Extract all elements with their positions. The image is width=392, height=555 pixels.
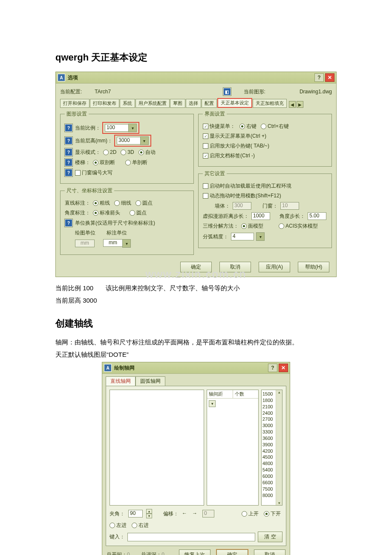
offset-right-icon[interactable]: → (192, 510, 199, 517)
dropdown-arrow-icon[interactable]: ▾ (140, 136, 149, 145)
label: 当前图形: (244, 88, 265, 95)
door-input: 10 (280, 202, 299, 210)
help-icon[interactable]: ? (314, 73, 324, 82)
radio-dot[interactable]: 圆点 (135, 199, 153, 207)
group-legend: 尺寸、坐标标注设置 (65, 187, 114, 194)
cancel-button[interactable]: 取消 (254, 549, 285, 555)
offset-left-icon[interactable]: ← (182, 510, 189, 517)
label: 总开间： (107, 552, 127, 555)
tab-user-config[interactable]: 用户系统配置 (135, 99, 170, 108)
note-scale-desc: 该比例用来控制文字、尺寸数字、轴号等的大小 (106, 284, 240, 292)
apply-button[interactable]: 应用(A) (259, 262, 290, 272)
label: 门窗： (262, 202, 278, 210)
clear-button[interactable]: 清 空 (258, 532, 282, 542)
check-doc-tabs[interactable]: 启用文档标签(Ctrl -) (203, 152, 255, 159)
radio-right[interactable]: 右进 (132, 522, 149, 529)
info-icon: ? (65, 159, 72, 166)
radio-3d[interactable]: 3D (121, 149, 134, 155)
arc-precision-input[interactable]: 4 (231, 233, 254, 240)
check-screen-menu[interactable]: 显示天正屏幕菜单(Ctrl +) (203, 133, 266, 140)
info-icon: ? (65, 148, 72, 156)
radio-down[interactable]: 下开 (264, 510, 281, 517)
check-auto-load[interactable]: 启动时自动加载最近使用的工程环境 (203, 182, 291, 190)
ok-button[interactable]: 确定 (180, 262, 212, 272)
restore-button[interactable]: 恢复上次 (179, 549, 210, 555)
radio-single-break[interactable]: 单剖断 (125, 159, 147, 166)
graphic-settings-group: 图形设置 ? 当前比例： 100 ▾ ? 当前层高(mm)： (60, 110, 194, 184)
tab-scroll-left-icon[interactable]: ◀ (289, 101, 296, 108)
current-scale-input[interactable]: 100 (105, 124, 129, 132)
label: 当前比例： (75, 124, 101, 132)
angle-step-input[interactable]: 5.00 (308, 212, 326, 220)
check-dyn-drag[interactable]: 动态拖动时使用模数(Shift+F12) (203, 192, 281, 199)
tab-select[interactable]: 选择 (186, 99, 201, 108)
radio-double-break[interactable]: 双剖断 (93, 159, 115, 166)
check-zoom-hotkey[interactable]: 启用放大缩小热键( TAB/~) (203, 142, 269, 150)
tab-tz-fill[interactable]: 天正加粗填充 (253, 99, 287, 108)
spin-down-icon[interactable]: ▾ (146, 514, 152, 518)
radio-ctrl-rightclick[interactable]: Ctrl+右键 (261, 123, 289, 130)
radio-rightclick[interactable]: 右键 (239, 123, 257, 130)
radio-2d[interactable]: 2D (103, 149, 116, 155)
cancel-button[interactable]: 取消 (219, 262, 251, 272)
check-shortcut[interactable]: 快捷菜单： (203, 123, 235, 130)
tab-system[interactable]: 系统 (120, 99, 135, 108)
dialog-titlebar: A 绘制轴网 ? ✕ (102, 362, 290, 374)
angle-input[interactable]: 90 (128, 510, 143, 517)
close-icon[interactable]: ✕ (325, 73, 334, 82)
radio-thin[interactable]: 细线 (114, 199, 131, 207)
preview-area (110, 390, 204, 506)
tab-scroll-right-icon[interactable]: ▶ (297, 101, 303, 108)
group-legend: 界面设置 (203, 110, 227, 118)
info-icon: ? (65, 137, 72, 145)
radio-left[interactable]: 左进 (110, 522, 127, 529)
radio-face-model[interactable]: 面模型 (241, 223, 263, 230)
radio-dot2[interactable]: 圆点 (130, 209, 147, 217)
tab-arc-grid[interactable]: 圆弧轴网 (135, 376, 165, 386)
total-depth-value: 0 (161, 552, 164, 555)
radio-acis-model[interactable]: ACIS实体模型 (279, 223, 318, 230)
drawing-icon: ◧ (223, 88, 231, 95)
dropdown-arrow-icon[interactable]: ▾ (128, 124, 137, 132)
note-scale: 当前比例 100 (55, 284, 93, 292)
dialog-title: 绘制轴网 (114, 364, 267, 372)
tab-sketch[interactable]: 草图 (170, 99, 185, 108)
number-list[interactable]: 1500180021002400270030003300360039004200… (261, 390, 282, 506)
label: 夹角： (110, 510, 125, 517)
label: 分弧精度： (203, 233, 228, 240)
roam-step-input[interactable]: 1000 (251, 212, 270, 220)
label: 直线标注： (65, 199, 90, 207)
radio-up[interactable]: 上开 (242, 510, 259, 517)
total-open-value: 0 (127, 552, 130, 555)
check-window-upper[interactable]: 门窗编号大写 (75, 169, 112, 176)
scroll-down-icon[interactable]: ▾ (278, 501, 280, 505)
tab-print-publish[interactable]: 打印和发布 (90, 99, 119, 108)
dropdown-arrow-icon[interactable]: ▾ (209, 400, 216, 407)
help-icon[interactable]: ? (268, 364, 277, 372)
radio-auto[interactable]: 自动 (138, 149, 156, 156)
label: 标注单位 (107, 229, 127, 237)
help-button[interactable]: 帮助(H) (298, 262, 329, 272)
tab-line-grid[interactable]: 直线轴网 (106, 376, 135, 386)
group-legend: 图形设置 (65, 110, 89, 118)
key-input[interactable] (127, 533, 255, 541)
spin-up-icon[interactable]: ▴ (146, 509, 152, 514)
tab-config[interactable]: 配置 (202, 99, 217, 108)
label: 偏移： (163, 510, 179, 517)
scroll-up-icon[interactable]: ▴ (278, 390, 280, 394)
axis-desc-1: 轴网：由轴线、轴号和尺寸标注组成的平面网格，是平面布置和墙柱构件定位的依据。 (55, 338, 337, 347)
dropdown-arrow-icon[interactable]: ▾ (122, 239, 131, 248)
label: 总进深： (141, 552, 161, 555)
current-height-input[interactable]: 3000 (117, 137, 141, 145)
close-icon[interactable]: ✕ (279, 364, 288, 372)
ok-button[interactable]: 确定 (216, 549, 248, 555)
radio-thick[interactable]: 粗线 (93, 199, 110, 207)
spacing-table[interactable]: 轴间距 个数 ▾ (207, 390, 259, 506)
current-drawing-value: Drawing1.dwg (300, 89, 332, 95)
tab-tz-basic[interactable]: 天正基本设定 (217, 98, 252, 108)
radio-arrow[interactable]: 标准箭头 (93, 209, 120, 217)
label: 墙体： (215, 202, 230, 210)
tab-open-save[interactable]: 打开和保存 (60, 99, 89, 108)
dropdown-arrow-icon[interactable]: ▾ (256, 232, 265, 241)
dim-unit-input[interactable]: mm (103, 239, 123, 247)
